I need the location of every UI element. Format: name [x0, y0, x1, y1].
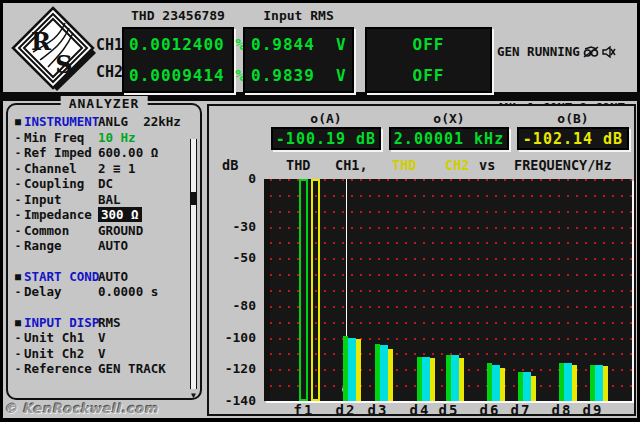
x-tick-label-f1: f1 [287, 402, 321, 418]
graph-panel: o(A) o(X) o(B) -100.19 dB 2.00001 kHz -1… [207, 104, 636, 416]
ch2-label: CH2 [96, 63, 123, 81]
item-dash-icon: - [12, 147, 24, 158]
x-tick-label-d2: d2 [329, 402, 363, 418]
menu-item-impedance[interactable]: -Impedance300 Ω [12, 207, 194, 223]
menu-item-start-cond[interactable]: ■START CONDAUTO [12, 269, 194, 285]
menu-item-input[interactable]: -InputBAL [12, 192, 194, 208]
svg-text:S: S [55, 50, 72, 79]
gridline [270, 290, 632, 292]
menu-item-value: V [98, 330, 106, 345]
thd-ch2-value: 0.0009414 % [124, 60, 232, 91]
chart-title-ch2: CH2 [445, 157, 469, 173]
gridline [270, 179, 632, 181]
item-dash-icon: - [12, 348, 24, 359]
item-dash-icon: - [12, 209, 24, 220]
svg-text:R: R [31, 27, 52, 56]
harmonic-bar-d7 [523, 372, 531, 401]
y-tick-label: -50 [214, 250, 256, 265]
menu-item-channel[interactable]: -Channel2 ≡ 1 [12, 161, 194, 177]
readout-x-label: o(X) [389, 111, 509, 126]
menu-item-ref-imped[interactable]: -Ref Imped600.00 Ω [12, 145, 194, 161]
menu-item-reference[interactable]: -ReferenceGEN TRACK [12, 361, 194, 377]
menu-item-min-freq[interactable]: -Min Freq10 Hz [12, 130, 194, 146]
item-dash-icon: - [12, 163, 24, 174]
fundamental-bar-outline [299, 179, 308, 401]
menu-item-input-disp[interactable]: ■INPUT DISPRMS [12, 315, 194, 331]
menu-item-value: AUTO [98, 269, 128, 284]
menu-item-label: Input [24, 192, 98, 207]
thd-ch1-value: 0.0012400 % [124, 29, 232, 60]
menu-item-instrument[interactable]: ■INSTRUMENTANLG 22kHz [12, 114, 194, 130]
menu-item-value: GROUND [98, 223, 143, 238]
harmonic-bar-d7 [531, 376, 536, 401]
input-rms-ch2-value: 0.9839 V [245, 60, 352, 91]
menu-item-label: INPUT DISP [24, 315, 98, 330]
gridline [270, 306, 632, 308]
section-bullet-icon: ■ [12, 317, 24, 328]
monitor-muted-icon [583, 45, 599, 63]
thd-display: 0.0012400 % 0.0009414 % [122, 27, 234, 93]
menu-item-value: 0.0000 s [98, 284, 158, 299]
harmonic-bar-d4 [422, 357, 430, 401]
menu-item-label: Range [24, 238, 98, 253]
harmonic-bar-d3 [388, 349, 393, 401]
chart-title-vs: vs [479, 157, 495, 173]
menu-item-label: START COND [24, 269, 98, 284]
x-tick-label-d6: d6 [473, 402, 507, 418]
menu-item-value: AUTO [98, 238, 128, 253]
readout-a-value: -100.19 dB [271, 127, 381, 150]
menu-item-value: GEN TRACK [98, 361, 166, 376]
x-tick-label-d9: d9 [576, 402, 610, 418]
harmonic-bar-d6 [492, 365, 500, 401]
gridline [270, 322, 632, 324]
scrollbar-down-arrow-icon[interactable]: ▼ [189, 391, 198, 400]
menu-item-label: Delay [24, 284, 98, 299]
harmonic-bar-d4 [430, 358, 435, 401]
readout-b-value: -102.14 dB [517, 127, 629, 150]
item-dash-icon: - [12, 363, 24, 374]
gridline [270, 258, 632, 260]
y-tick-label: -100 [214, 330, 256, 345]
gridline [270, 242, 632, 244]
input-rms-display: 0.9844 V 0.9839 V [243, 27, 354, 93]
chart-title-thd2: THD [392, 157, 416, 173]
readout-a-label: o(A) [271, 111, 381, 126]
menu-item-common[interactable]: -CommonGROUND [12, 223, 194, 239]
aux-ch2-value: OFF [367, 60, 490, 91]
menu-item-value: 600.00 Ω [98, 145, 158, 160]
menu-item-unit-ch2[interactable]: -Unit Ch2V [12, 346, 194, 362]
x-tick-label-d8: d8 [545, 402, 579, 418]
y-tick-label: -80 [214, 298, 256, 313]
input-rms-label: Input RMS [243, 8, 354, 23]
menu-item-label: Min Freq [24, 130, 98, 145]
aux-display: OFF OFF [365, 27, 492, 93]
gridline [270, 195, 632, 197]
item-dash-icon: - [12, 132, 24, 143]
menu-item-range[interactable]: -RangeAUTO [12, 238, 194, 254]
analyzer-scrollbar[interactable] [190, 139, 197, 389]
menu-item-coupling[interactable]: -CouplingDC [12, 176, 194, 192]
ch1-label: CH1 [96, 36, 123, 54]
menu-item-delay[interactable]: -Delay0.0000 s [12, 284, 194, 300]
harmonic-bar-d9 [603, 366, 608, 401]
menu-item-label: Coupling [24, 176, 98, 191]
section-bullet-icon: ■ [12, 116, 24, 127]
speaker-muted-icon [602, 45, 616, 63]
y-tick-label: -120 [214, 361, 256, 376]
item-dash-icon: - [12, 240, 24, 251]
scrollbar-thumb[interactable] [191, 192, 196, 205]
gen-status: GEN RUNNING [497, 43, 635, 63]
harmonic-bar-d5 [451, 355, 459, 401]
menu-item-unit-ch1[interactable]: -Unit Ch1V [12, 330, 194, 346]
input-rms-ch1-value: 0.9844 V [245, 29, 352, 60]
menu-item-value: RMS [98, 315, 121, 330]
analyzer-panel-title: ANALYZER [61, 96, 148, 111]
cursor-line[interactable] [346, 179, 347, 336]
aux-ch1-value: OFF [367, 29, 490, 60]
bargraph-plot-area [264, 179, 632, 401]
menu-spacer [12, 300, 194, 315]
menu-item-value: V [98, 346, 106, 361]
menu-item-value: ANLG 22kHz [98, 114, 181, 129]
instrument-screen: R S CH1 CH2 THD 23456789 0.0012400 % 0.0… [0, 0, 640, 422]
harmonic-bar-d5 [459, 358, 464, 401]
